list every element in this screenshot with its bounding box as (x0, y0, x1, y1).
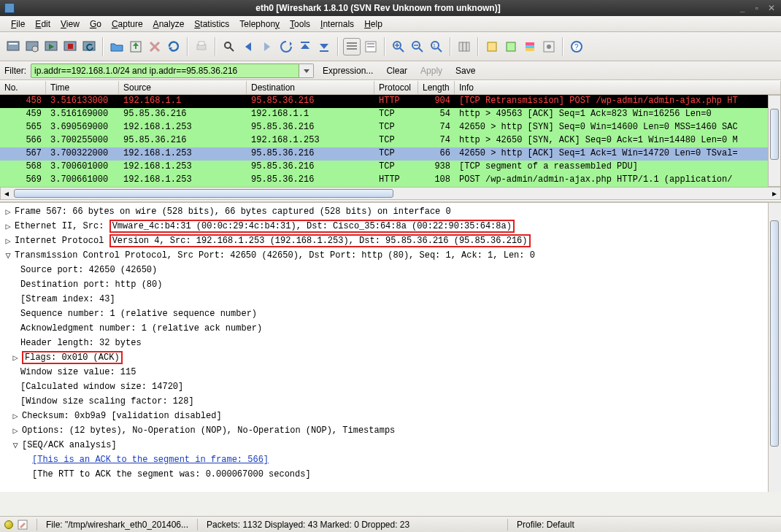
packet-details-pane[interactable]: ▷Frame 567: 66 bytes on wire (528 bits),… (0, 203, 781, 492)
tree-checksum[interactable]: Checksum: 0xb9a9 [validation disabled] (22, 411, 222, 421)
filter-expression-button[interactable]: Expression... (318, 66, 377, 76)
packet-row[interactable]: 5683.700601000192.168.1.25395.85.36.216T… (0, 161, 781, 174)
save-file-icon[interactable] (127, 38, 145, 55)
capture-filters-icon[interactable] (483, 38, 501, 55)
go-back-icon[interactable] (239, 38, 257, 55)
tree-window[interactable]: Window size value: 115 (20, 367, 136, 377)
filter-input[interactable] (31, 63, 299, 78)
go-last-icon[interactable] (315, 38, 333, 55)
colorize-icon[interactable] (343, 38, 361, 55)
zoom-out-icon[interactable] (409, 38, 426, 55)
packet-list[interactable]: 4583.516133000192.168.1.195.85.36.216HTT… (0, 95, 781, 187)
tree-seqack-link[interactable]: [This is an ACK to the segment in frame:… (32, 455, 269, 465)
menu-analyze[interactable]: Analyze (148, 18, 190, 31)
coloring-rules-icon[interactable] (521, 38, 539, 55)
packet-list-vscroll[interactable] (768, 95, 781, 187)
wireshark-app-icon (4, 3, 15, 13)
svg-rect-27 (367, 43, 374, 45)
tree-ack[interactable]: Acknowledgment number: 1 (relative ack n… (20, 323, 262, 334)
packet-row[interactable]: 4583.516133000192.168.1.195.85.36.216HTT… (0, 95, 781, 108)
list-interfaces-icon[interactable] (4, 38, 22, 55)
filter-apply-button[interactable]: Apply (416, 66, 447, 76)
tree-dstport[interactable]: Destination port: http (80) (20, 280, 162, 290)
menu-go[interactable]: Go (85, 18, 107, 31)
svg-rect-42 (488, 42, 496, 51)
toolbar-separator (102, 37, 104, 56)
resize-columns-icon[interactable] (455, 38, 473, 55)
menu-statistics[interactable]: Statistics (189, 18, 234, 31)
packet-row[interactable]: 4593.51616900095.85.36.216192.168.1.1TCP… (0, 108, 781, 121)
col-time[interactable]: Time (46, 81, 119, 94)
tree-seq[interactable]: Sequence number: 1 (relative sequence nu… (20, 309, 257, 319)
tree-frame[interactable]: Frame 567: 66 bytes on wire (528 bits), … (15, 207, 451, 217)
menu-tools[interactable]: Tools (285, 18, 315, 31)
packet-list-hscroll[interactable]: ◂▸ (0, 187, 781, 200)
reload-icon[interactable] (165, 38, 182, 55)
tree-options[interactable]: Options: (12 bytes), No-Operation (NOP),… (22, 425, 395, 436)
tree-hdrlen[interactable]: Header length: 32 bytes (20, 338, 142, 348)
go-to-packet-icon[interactable] (277, 38, 295, 55)
status-profile[interactable]: Profile: Default (517, 520, 574, 530)
stop-capture-icon[interactable] (61, 38, 79, 55)
filter-clear-button[interactable]: Clear (382, 66, 412, 76)
tree-ip[interactable]: Internet Protocol Version 4, Src: 192.16… (15, 236, 531, 246)
menu-internals[interactable]: Internals (315, 18, 359, 31)
packet-row[interactable]: 5673.700322000192.168.1.25395.85.36.216T… (0, 147, 781, 161)
capture-options-icon[interactable] (23, 38, 41, 55)
preferences-icon[interactable] (540, 38, 558, 55)
tree-rtt[interactable]: [The RTT to ACK the segment was: 0.00006… (32, 469, 311, 479)
tree-scale[interactable]: [Window size scaling factor: 128] (20, 396, 194, 406)
details-vscroll[interactable] (768, 203, 781, 492)
svg-rect-40 (463, 42, 466, 51)
tree-stream-index[interactable]: [Stream index: 43] (20, 294, 115, 304)
menu-help[interactable]: Help (359, 18, 388, 31)
tree-srcport[interactable]: Source port: 42650 (42650) (20, 265, 157, 275)
maximize-button[interactable]: ▫ (752, 3, 762, 13)
minimize-button[interactable]: _ (737, 3, 747, 13)
go-first-icon[interactable] (296, 38, 314, 55)
svg-marker-18 (290, 42, 292, 46)
menu-view[interactable]: View (55, 18, 85, 31)
tree-ethernet[interactable]: Ethernet II, Src: Vmware_4c:b4:31 (00:0c… (15, 221, 515, 231)
tree-seqack[interactable]: [SEQ/ACK analysis] (22, 440, 117, 450)
display-filters-icon[interactable] (502, 38, 520, 55)
svg-rect-28 (367, 46, 374, 47)
svg-line-37 (438, 48, 442, 52)
zoom-reset-icon[interactable]: 1 (428, 38, 445, 55)
close-button[interactable]: ✕ (766, 3, 777, 13)
highlight-ip: Version 4, Src: 192.168.1.253 (192.168.1… (109, 234, 531, 247)
help-icon[interactable]: ? (568, 38, 585, 55)
svg-rect-39 (459, 42, 463, 51)
menu-telephony[interactable]: Telephony (234, 18, 285, 31)
col-proto[interactable]: Protocol (374, 81, 418, 94)
svg-rect-1 (9, 43, 18, 45)
filter-dropdown[interactable] (299, 63, 314, 78)
tree-flags[interactable]: Flags: 0x010 (ACK) (22, 351, 123, 364)
print-icon[interactable] (193, 38, 210, 55)
col-dst[interactable]: Destination (247, 81, 374, 94)
start-capture-icon[interactable] (42, 38, 60, 55)
packet-row[interactable]: 5693.700661000192.168.1.25395.85.36.216H… (0, 174, 781, 187)
open-file-icon[interactable] (108, 38, 126, 55)
menu-edit[interactable]: Edit (30, 18, 55, 31)
col-info[interactable]: Info (455, 81, 781, 94)
restart-capture-icon[interactable] (80, 38, 98, 55)
close-file-icon[interactable] (146, 38, 163, 55)
filter-save-button[interactable]: Save (451, 66, 480, 76)
packet-row[interactable]: 5653.690569000192.168.1.25395.85.36.216T… (0, 121, 781, 134)
menu-file[interactable]: File (6, 18, 30, 31)
go-forward-icon[interactable] (258, 38, 276, 55)
col-src[interactable]: Source (119, 81, 247, 94)
col-no[interactable]: No. (0, 81, 46, 94)
packet-row[interactable]: 5663.70025500095.85.36.216192.168.1.253T… (0, 134, 781, 147)
edit-icon[interactable] (18, 520, 28, 530)
menu-capture[interactable]: Capture (107, 18, 148, 31)
tree-tcp[interactable]: Transmission Control Protocol, Src Port:… (15, 250, 535, 261)
find-icon[interactable] (220, 38, 238, 55)
col-len[interactable]: Length (418, 81, 455, 94)
expert-info-icon[interactable] (4, 520, 13, 529)
tree-calc-window[interactable]: [Calculated window size: 14720] (20, 382, 183, 392)
auto-scroll-icon[interactable] (362, 38, 380, 55)
zoom-in-icon[interactable] (390, 38, 407, 55)
toolbar-separator (215, 37, 216, 56)
